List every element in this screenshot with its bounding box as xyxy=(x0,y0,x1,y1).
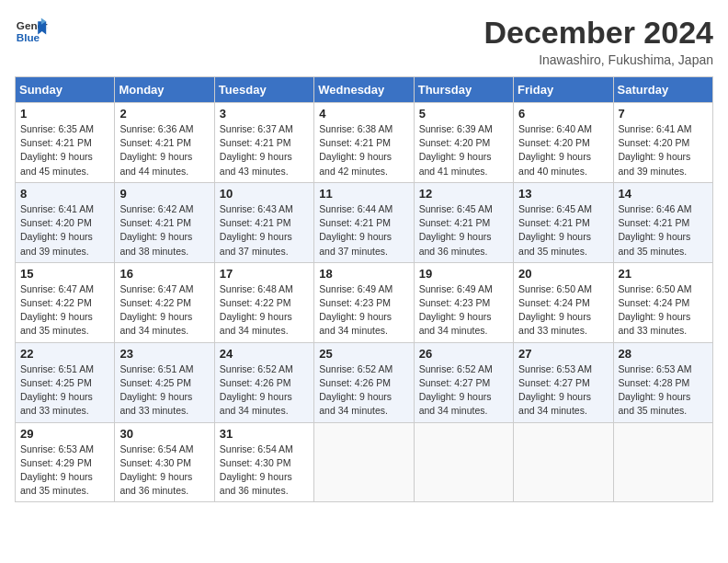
month-title: December 2024 xyxy=(483,15,713,51)
day-number: 17 xyxy=(220,267,309,281)
calendar-cell xyxy=(414,422,513,502)
calendar-cell: 15Sunrise: 6:47 AMSunset: 4:22 PMDayligh… xyxy=(16,262,115,342)
day-number: 8 xyxy=(20,187,109,201)
header-day-monday: Monday xyxy=(115,77,214,103)
day-info: Sunrise: 6:54 AMSunset: 4:30 PMDaylight:… xyxy=(119,442,209,499)
calendar-cell xyxy=(314,422,414,502)
day-number: 11 xyxy=(319,187,408,201)
calendar-cell: 14Sunrise: 6:46 AMSunset: 4:21 PMDayligh… xyxy=(613,182,712,262)
day-number: 9 xyxy=(119,187,209,201)
title-area: December 2024 Inawashiro, Fukushima, Jap… xyxy=(483,15,713,67)
day-info: Sunrise: 6:46 AMSunset: 4:21 PMDaylight:… xyxy=(619,202,708,259)
day-number: 12 xyxy=(419,187,508,201)
calendar-header-row: SundayMondayTuesdayWednesdayThursdayFrid… xyxy=(16,77,713,103)
day-number: 29 xyxy=(20,427,109,441)
day-number: 4 xyxy=(319,107,408,121)
calendar-cell: 10Sunrise: 6:43 AMSunset: 4:21 PMDayligh… xyxy=(214,182,313,262)
calendar-cell: 20Sunrise: 6:50 AMSunset: 4:24 PMDayligh… xyxy=(514,262,613,342)
day-number: 15 xyxy=(20,267,109,281)
calendar-cell: 21Sunrise: 6:50 AMSunset: 4:24 PMDayligh… xyxy=(613,262,712,342)
calendar-cell: 1Sunrise: 6:35 AMSunset: 4:21 PMDaylight… xyxy=(16,103,115,183)
day-info: Sunrise: 6:52 AMSunset: 4:26 PMDaylight:… xyxy=(220,362,309,419)
day-info: Sunrise: 6:51 AMSunset: 4:25 PMDaylight:… xyxy=(20,362,109,419)
day-number: 20 xyxy=(518,267,608,281)
day-info: Sunrise: 6:35 AMSunset: 4:21 PMDaylight:… xyxy=(20,122,109,178)
calendar-cell: 28Sunrise: 6:53 AMSunset: 4:28 PMDayligh… xyxy=(613,342,712,422)
calendar-cell: 4Sunrise: 6:38 AMSunset: 4:21 PMDaylight… xyxy=(314,103,414,183)
day-number: 3 xyxy=(220,107,309,121)
day-number: 28 xyxy=(619,347,708,361)
calendar-table: SundayMondayTuesdayWednesdayThursdayFrid… xyxy=(15,76,713,502)
day-info: Sunrise: 6:54 AMSunset: 4:30 PMDaylight:… xyxy=(220,442,309,499)
day-info: Sunrise: 6:40 AMSunset: 4:20 PMDaylight:… xyxy=(518,122,608,178)
day-number: 31 xyxy=(220,427,309,441)
day-number: 10 xyxy=(220,187,309,201)
day-info: Sunrise: 6:52 AMSunset: 4:26 PMDaylight:… xyxy=(319,362,408,419)
day-info: Sunrise: 6:38 AMSunset: 4:21 PMDaylight:… xyxy=(319,122,408,178)
day-number: 14 xyxy=(619,187,708,201)
header-day-sunday: Sunday xyxy=(16,77,115,103)
calendar-cell: 17Sunrise: 6:48 AMSunset: 4:22 PMDayligh… xyxy=(214,262,313,342)
calendar-cell: 2Sunrise: 6:36 AMSunset: 4:21 PMDaylight… xyxy=(115,103,214,183)
day-number: 27 xyxy=(518,347,608,361)
day-number: 26 xyxy=(419,347,508,361)
day-info: Sunrise: 6:47 AMSunset: 4:22 PMDaylight:… xyxy=(20,282,109,339)
calendar-cell: 31Sunrise: 6:54 AMSunset: 4:30 PMDayligh… xyxy=(214,422,313,502)
day-number: 13 xyxy=(518,187,608,201)
day-info: Sunrise: 6:36 AMSunset: 4:21 PMDaylight:… xyxy=(119,122,209,178)
calendar-body: 1Sunrise: 6:35 AMSunset: 4:21 PMDaylight… xyxy=(16,103,713,502)
day-info: Sunrise: 6:41 AMSunset: 4:20 PMDaylight:… xyxy=(619,122,708,178)
day-info: Sunrise: 6:45 AMSunset: 4:21 PMDaylight:… xyxy=(518,202,608,259)
calendar-cell: 27Sunrise: 6:53 AMSunset: 4:27 PMDayligh… xyxy=(514,342,613,422)
calendar-cell: 5Sunrise: 6:39 AMSunset: 4:20 PMDaylight… xyxy=(414,103,513,183)
calendar-cell: 3Sunrise: 6:37 AMSunset: 4:21 PMDaylight… xyxy=(214,103,313,183)
header-day-tuesday: Tuesday xyxy=(214,77,313,103)
svg-text:Blue: Blue xyxy=(17,31,40,43)
day-info: Sunrise: 6:50 AMSunset: 4:24 PMDaylight:… xyxy=(518,282,608,339)
calendar-cell xyxy=(514,422,613,502)
calendar-cell: 18Sunrise: 6:49 AMSunset: 4:23 PMDayligh… xyxy=(314,262,414,342)
week-row-1: 1Sunrise: 6:35 AMSunset: 4:21 PMDaylight… xyxy=(16,103,713,183)
header-day-wednesday: Wednesday xyxy=(314,77,414,103)
calendar-cell: 8Sunrise: 6:41 AMSunset: 4:20 PMDaylight… xyxy=(16,182,115,262)
calendar-cell: 19Sunrise: 6:49 AMSunset: 4:23 PMDayligh… xyxy=(414,262,513,342)
day-number: 2 xyxy=(119,107,209,121)
day-info: Sunrise: 6:53 AMSunset: 4:29 PMDaylight:… xyxy=(20,442,109,499)
calendar-cell: 13Sunrise: 6:45 AMSunset: 4:21 PMDayligh… xyxy=(514,182,613,262)
calendar-cell: 6Sunrise: 6:40 AMSunset: 4:20 PMDaylight… xyxy=(514,103,613,183)
day-number: 6 xyxy=(518,107,608,121)
day-number: 18 xyxy=(319,267,408,281)
header-day-thursday: Thursday xyxy=(414,77,513,103)
day-info: Sunrise: 6:51 AMSunset: 4:25 PMDaylight:… xyxy=(119,362,209,419)
day-number: 23 xyxy=(119,347,209,361)
day-info: Sunrise: 6:53 AMSunset: 4:27 PMDaylight:… xyxy=(518,362,608,419)
day-info: Sunrise: 6:50 AMSunset: 4:24 PMDaylight:… xyxy=(619,282,708,339)
week-row-5: 29Sunrise: 6:53 AMSunset: 4:29 PMDayligh… xyxy=(16,422,713,502)
day-info: Sunrise: 6:53 AMSunset: 4:28 PMDaylight:… xyxy=(619,362,708,419)
calendar-cell: 9Sunrise: 6:42 AMSunset: 4:21 PMDaylight… xyxy=(115,182,214,262)
calendar-cell: 7Sunrise: 6:41 AMSunset: 4:20 PMDaylight… xyxy=(613,103,712,183)
day-info: Sunrise: 6:42 AMSunset: 4:21 PMDaylight:… xyxy=(119,202,209,259)
day-info: Sunrise: 6:47 AMSunset: 4:22 PMDaylight:… xyxy=(119,282,209,339)
day-info: Sunrise: 6:49 AMSunset: 4:23 PMDaylight:… xyxy=(319,282,408,339)
day-info: Sunrise: 6:45 AMSunset: 4:21 PMDaylight:… xyxy=(419,202,508,259)
day-info: Sunrise: 6:48 AMSunset: 4:22 PMDaylight:… xyxy=(220,282,309,339)
day-info: Sunrise: 6:41 AMSunset: 4:20 PMDaylight:… xyxy=(20,202,109,259)
calendar-cell: 23Sunrise: 6:51 AMSunset: 4:25 PMDayligh… xyxy=(115,342,214,422)
week-row-2: 8Sunrise: 6:41 AMSunset: 4:20 PMDaylight… xyxy=(16,182,713,262)
day-info: Sunrise: 6:39 AMSunset: 4:20 PMDaylight:… xyxy=(419,122,508,178)
calendar-cell: 25Sunrise: 6:52 AMSunset: 4:26 PMDayligh… xyxy=(314,342,414,422)
calendar-cell: 24Sunrise: 6:52 AMSunset: 4:26 PMDayligh… xyxy=(214,342,313,422)
day-number: 7 xyxy=(619,107,708,121)
day-number: 22 xyxy=(20,347,109,361)
calendar-cell: 22Sunrise: 6:51 AMSunset: 4:25 PMDayligh… xyxy=(16,342,115,422)
header-day-friday: Friday xyxy=(514,77,613,103)
logo-icon: General Blue xyxy=(15,15,48,48)
calendar-cell: 29Sunrise: 6:53 AMSunset: 4:29 PMDayligh… xyxy=(16,422,115,502)
day-info: Sunrise: 6:44 AMSunset: 4:21 PMDaylight:… xyxy=(319,202,408,259)
day-number: 30 xyxy=(119,427,209,441)
logo: General Blue xyxy=(15,15,48,48)
day-number: 5 xyxy=(419,107,508,121)
day-info: Sunrise: 6:49 AMSunset: 4:23 PMDaylight:… xyxy=(419,282,508,339)
day-number: 19 xyxy=(419,267,508,281)
